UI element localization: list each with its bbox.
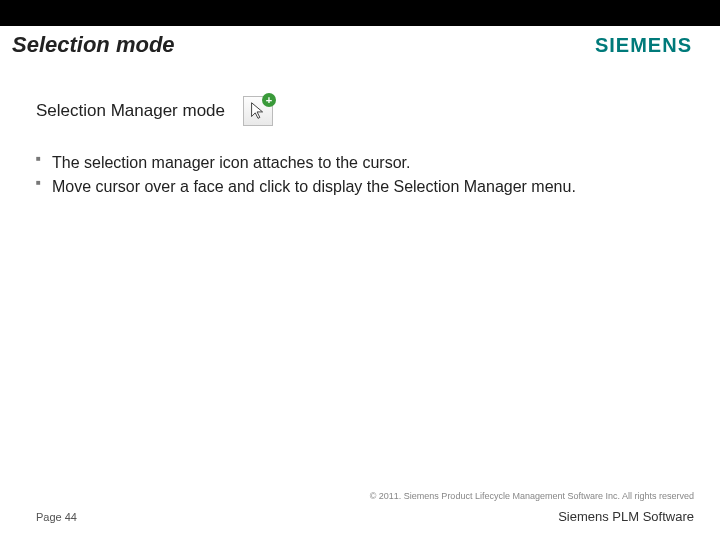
subhead-text: Selection Manager mode bbox=[36, 101, 225, 121]
page-number: Page 44 bbox=[36, 511, 77, 523]
siemens-logo: SIEMENS bbox=[595, 34, 692, 57]
header-row: Selection mode SIEMENS bbox=[0, 26, 720, 68]
plus-badge-icon: + bbox=[262, 93, 276, 107]
footer-brand: Siemens PLM Software bbox=[558, 509, 694, 524]
bullet-list: The selection manager icon attaches to t… bbox=[0, 134, 720, 197]
subhead-row: Selection Manager mode + bbox=[0, 68, 720, 134]
svg-marker-0 bbox=[252, 103, 263, 119]
selection-manager-icon: + bbox=[243, 96, 273, 126]
top-accent-bar bbox=[0, 0, 720, 26]
footer: © 2011. Siemens Product Lifecycle Manage… bbox=[0, 491, 720, 524]
slide-title: Selection mode bbox=[12, 32, 175, 58]
bullet-item: Move cursor over a face and click to dis… bbox=[36, 176, 690, 198]
bullet-item: The selection manager icon attaches to t… bbox=[36, 152, 690, 174]
copyright-text: © 2011. Siemens Product Lifecycle Manage… bbox=[36, 491, 694, 501]
footer-row: Page 44 Siemens PLM Software bbox=[36, 509, 694, 524]
